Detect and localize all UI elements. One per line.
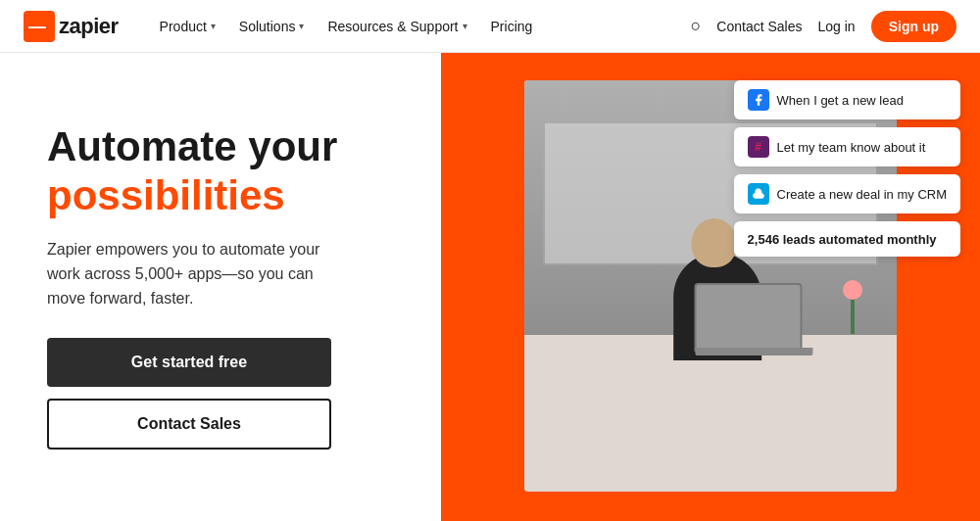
salesforce-icon [748, 183, 769, 205]
hero-heading-line1: Automate your [47, 124, 402, 169]
workflow-card-3-text: Create a new deal in my CRM [777, 187, 947, 202]
nav-right-actions: ○ Contact Sales Log in Sign up [690, 11, 956, 42]
zapier-logo-icon: — [24, 11, 55, 42]
workflow-card-2: # Let my team know about it [734, 127, 960, 166]
workflow-card-3: Create a new deal in my CRM [734, 174, 960, 213]
workflow-card-1-text: When I get a new lead [777, 93, 904, 108]
chevron-down-icon: ▾ [211, 21, 216, 31]
slack-icon: # [748, 136, 769, 158]
facebook-icon [748, 89, 769, 111]
get-started-button[interactable]: Get started free [47, 338, 331, 387]
hero-left: Automate your possibilities Zapier empow… [0, 53, 441, 521]
chevron-down-icon: ▾ [299, 21, 304, 31]
logo[interactable]: — zapier [24, 11, 119, 42]
contact-sales-link[interactable]: Contact Sales [716, 19, 802, 34]
search-icon[interactable]: ○ [690, 16, 701, 36]
signup-button[interactable]: Sign up [871, 11, 956, 42]
contact-sales-button[interactable]: Contact Sales [47, 399, 331, 450]
hero-subtext: Zapier empowers you to automate your wor… [47, 238, 341, 310]
chevron-down-icon: ▾ [463, 21, 467, 31]
workflow-stat-card: 2,546 leads automated monthly [734, 221, 960, 257]
navbar: — zapier Product ▾ Solutions ▾ Resources… [0, 0, 980, 53]
workflow-card-1: When I get a new lead [734, 80, 960, 119]
nav-pricing[interactable]: Pricing [481, 13, 543, 40]
nav-resources[interactable]: Resources & Support ▾ [318, 13, 476, 40]
svg-text:—: — [28, 17, 46, 36]
main-content: Automate your possibilities Zapier empow… [0, 53, 980, 521]
hero-heading-line2: possibilities [47, 173, 402, 218]
workflow-stat-text: 2,546 leads automated monthly [748, 232, 937, 247]
nav-links: Product ▾ Solutions ▾ Resources & Suppor… [150, 13, 691, 40]
workflow-card-2-text: Let my team know about it [777, 140, 926, 155]
workflow-cards: When I get a new lead # Let my team know… [734, 80, 960, 257]
nav-product[interactable]: Product ▾ [150, 13, 225, 40]
hero-right: When I get a new lead # Let my team know… [441, 53, 980, 521]
nav-solutions[interactable]: Solutions ▾ [229, 13, 315, 40]
logo-text: zapier [59, 14, 119, 39]
login-link[interactable]: Log in [818, 19, 856, 34]
